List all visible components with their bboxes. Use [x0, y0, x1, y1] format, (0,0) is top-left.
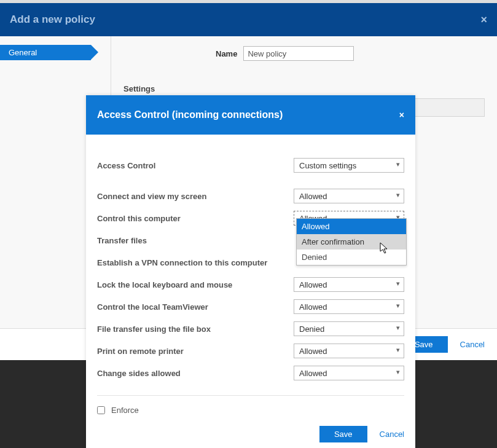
- tab-general[interactable]: General: [0, 45, 91, 60]
- enforce-label: Enforce: [111, 406, 139, 415]
- name-input[interactable]: [243, 46, 354, 61]
- access-control-modal: Access Control (incoming connections) × …: [86, 95, 415, 448]
- modal-header: Access Control (incoming connections) ×: [86, 95, 415, 135]
- cancel-link[interactable]: Cancel: [460, 340, 485, 349]
- row-access-control: Access Control Custom settings: [97, 154, 404, 176]
- settings-heading: Settings: [123, 84, 485, 93]
- select-change-sides[interactable]: Allowed: [294, 366, 404, 380]
- divider: [97, 395, 404, 396]
- modal-footer: Save Cancel: [86, 423, 415, 448]
- select-file-box[interactable]: Denied: [294, 321, 404, 336]
- label-vpn: Establish a VPN connection to this compu…: [97, 258, 294, 267]
- label-transfer-files: Transfer files: [97, 236, 294, 245]
- name-row: Name: [216, 46, 485, 61]
- modal-save-button[interactable]: Save: [319, 426, 367, 442]
- enforce-row: Enforce: [97, 402, 404, 423]
- enforce-checkbox[interactable]: [97, 406, 105, 414]
- modal-body: Access Control Custom settings Connect a…: [86, 135, 415, 423]
- dropdown-option-allowed[interactable]: Allowed: [297, 219, 406, 234]
- name-label: Name: [216, 49, 237, 58]
- label-change-sides: Change sides allowed: [97, 369, 294, 378]
- label-control-computer: Control this computer: [97, 214, 294, 223]
- dropdown-option-denied[interactable]: Denied: [297, 250, 406, 265]
- select-connect-view[interactable]: Allowed: [294, 189, 404, 203]
- row-print: Print on remote printer Allowed: [97, 340, 404, 362]
- label-control-teamviewer: Control the local TeamViewer: [97, 302, 294, 312]
- close-icon[interactable]: ×: [480, 14, 487, 26]
- modal-close-icon[interactable]: ×: [399, 110, 404, 120]
- row-control-teamviewer: Control the local TeamViewer Allowed: [97, 296, 404, 318]
- label-access-control: Access Control: [97, 161, 294, 170]
- modal-title: Access Control (incoming connections): [97, 109, 283, 120]
- row-file-box: File transfer using the file box Denied: [97, 318, 404, 340]
- row-change-sides: Change sides allowed Allowed: [97, 362, 404, 384]
- label-connect-view: Connect and view my screen: [97, 192, 294, 201]
- page-title: Add a new policy: [10, 14, 95, 26]
- dropdown-control-computer: Allowed After confirmation Denied: [296, 218, 407, 265]
- main-header: Add a new policy ×: [0, 3, 497, 36]
- dropdown-option-after-confirmation[interactable]: After confirmation: [297, 234, 406, 250]
- select-access-control[interactable]: Custom settings: [294, 158, 404, 173]
- select-lock-keyboard-mouse[interactable]: Allowed: [294, 277, 404, 292]
- modal-cancel-link[interactable]: Cancel: [380, 430, 404, 439]
- row-connect-view: Connect and view my screen Allowed: [97, 185, 404, 207]
- select-print[interactable]: Allowed: [294, 344, 404, 358]
- label-file-box: File transfer using the file box: [97, 324, 294, 334]
- label-lock-keyboard-mouse: Lock the local keyboard and mouse: [97, 280, 294, 289]
- label-print: Print on remote printer: [97, 347, 294, 356]
- row-lock-keyboard-mouse: Lock the local keyboard and mouse Allowe…: [97, 273, 404, 296]
- select-control-teamviewer[interactable]: Allowed: [294, 299, 404, 314]
